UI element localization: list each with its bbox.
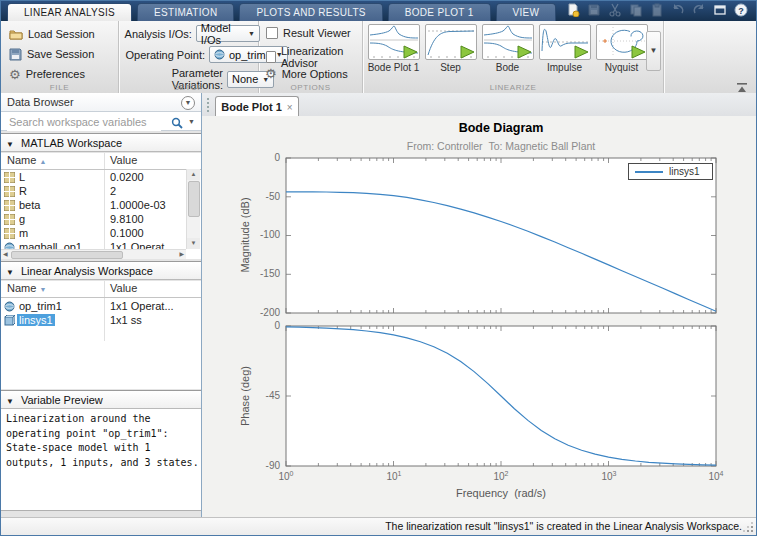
xtick: 101 [372,470,416,482]
vertical-scrollbar[interactable]: ▲ ▼ [186,169,200,249]
linear-workspace-table-header: Name ▼ Value [1,281,201,298]
minimize-toolstrip-icon[interactable] [737,78,747,87]
table-row[interactable]: L 0.0200 [1,172,201,185]
undo-icon[interactable] [671,3,685,17]
legend[interactable]: linsys1 [628,163,713,180]
copy-icon[interactable] [629,3,643,17]
result-viewer-checkbox[interactable] [266,27,278,39]
linear-analysis-workspace-header[interactable]: ▼ Linear Analysis Workspace [1,261,201,280]
run-arrow-icon [461,46,474,58]
linear-analysis-tool-window: LINEAR ANALYSIS ESTIMATION PLOTS AND RES… [0,0,757,536]
column-header-name[interactable]: Name ▲ [7,154,46,166]
mag-ytick: -50 [246,191,280,202]
document-tab-bode-plot-1[interactable]: Bode Plot 1× [215,96,299,116]
linearization-advisor-checkbox[interactable] [266,51,276,63]
save-session-button[interactable]: Save Session [9,46,94,62]
analysis-ios-row: Analysis I/Os: Model I/Os▼ [121,25,260,42]
table-row[interactable]: beta 1.0000e-03 [1,200,201,213]
gallery-item-step[interactable]: Step [424,24,477,73]
matrix-icon [4,200,16,212]
collapse-icon: ▼ [6,268,14,277]
collapse-icon: ▼ [6,140,14,149]
more-options-button[interactable]: ⚙ More Options [265,67,348,80]
tab-plots-and-results[interactable]: PLOTS AND RESULTS [239,3,382,21]
new-script-icon[interactable] [566,3,580,17]
column-header-value[interactable]: Value [110,282,137,294]
scroll-left-icon[interactable]: ◀ [3,250,8,259]
close-icon[interactable]: × [287,102,293,113]
scroll-up-icon[interactable]: ▲ [187,169,200,180]
run-arrow-icon [632,46,645,58]
column-header-value[interactable]: Value [110,154,137,166]
section-file: Load Session Save Session ⚙ Preferences … [1,21,119,93]
gallery-item-nyquist[interactable]: Nyquist [595,24,648,73]
linearize-gallery: Bode Plot 1 Step [367,24,648,73]
variable-preview-header[interactable]: ▼ Variable Preview [1,390,201,409]
save-icon[interactable] [587,3,601,17]
analysis-ios-dropdown[interactable]: Model I/Os▼ [196,25,260,42]
resize-grip[interactable] [751,530,753,532]
data-browser-panel: Data Browser ▼ ▼ ▼ MATLAB Workspace Name… [1,93,202,519]
xtick: 102 [479,470,523,482]
gear-icon: ⚙ [9,68,21,81]
paste-icon[interactable] [650,3,664,17]
sort-asc-icon: ▲ [39,158,46,165]
linearization-advisor-option[interactable]: Linearization Advisor [266,45,362,69]
search-input[interactable] [7,113,161,131]
column-header-name[interactable]: Name ▼ [7,282,46,294]
gallery-item-impulse[interactable]: Impulse [538,24,591,73]
table-row[interactable]: R 2 [1,186,201,199]
preferences-button[interactable]: ⚙ Preferences [9,66,85,82]
mag-ytick: -200 [246,307,280,318]
tab-bode-plot-1[interactable]: BODE PLOT 1 [388,3,491,21]
matrix-icon [4,228,16,240]
table-row[interactable]: op_trim1 1x1 Operat... [1,301,201,314]
matrix-icon [4,186,16,198]
scroll-down-icon[interactable]: ▼ [187,238,200,249]
matrix-icon [4,172,16,184]
section-linearize: Bode Plot 1 Step [363,21,664,93]
operating-point-icon [4,301,16,313]
horizontal-scrollbar[interactable]: ◀ ▶ [1,249,186,259]
scrollbar-thumb[interactable] [188,181,200,217]
section-setup: Analysis I/Os: Model I/Os▼ Operating Poi… [119,21,259,93]
tab-view[interactable]: VIEW [496,3,557,21]
tab-estimation[interactable]: ESTIMATION [137,3,234,21]
scroll-right-icon[interactable]: ▶ [179,250,184,259]
legend-line-sample [635,171,663,173]
matlab-workspace-header[interactable]: ▼ MATLAB Workspace [1,133,201,152]
table-row[interactable]: g 9.8100 [1,214,201,227]
run-arrow-icon [518,46,531,58]
save-icon [9,48,22,61]
panel-menu-icon[interactable]: ▼ [181,96,195,110]
xtick: 104 [694,470,738,482]
table-row-selected[interactable]: linsys1 1x1 ss [1,315,201,328]
search-icon[interactable] [171,115,183,133]
tab-linear-analysis[interactable]: LINEAR ANALYSIS [7,3,132,22]
redo-icon[interactable] [692,3,706,17]
cut-icon[interactable] [608,3,622,17]
magnitude-axis-label: Magnitude (dB) [239,160,251,310]
folder-icon [9,28,23,40]
gallery-item-bode[interactable]: Bode [481,24,534,73]
sort-desc-icon: ▼ [39,286,46,293]
search-options-icon[interactable]: ▼ [188,118,195,125]
result-viewer-option[interactable]: Result Viewer [266,27,351,39]
mag-ytick: 0 [246,152,280,163]
workspace-search: ▼ [1,112,201,131]
bode-thumbnail-icon [483,25,533,59]
data-browser-header: Data Browser ▼ [1,93,201,112]
run-arrow-icon [575,46,588,58]
scrollbar-thumb[interactable] [11,251,123,259]
load-session-button[interactable]: Load Session [9,26,95,42]
gallery-dropdown-button[interactable]: ▼ [646,31,661,71]
drag-handle[interactable] [206,97,210,112]
help-icon[interactable]: ? [734,3,748,17]
xtick: 103 [587,470,631,482]
mag-ytick: -100 [246,229,280,240]
layout-icon[interactable] [713,3,727,17]
table-row[interactable]: m 0.1000 [1,228,201,241]
gallery-item-bode-plot-1[interactable]: Bode Plot 1 [367,24,420,73]
section-label-linearize: LINEARIZE [363,83,663,92]
plot-subtitle: From: Controller To: Magnetic Ball Plant [286,140,716,152]
